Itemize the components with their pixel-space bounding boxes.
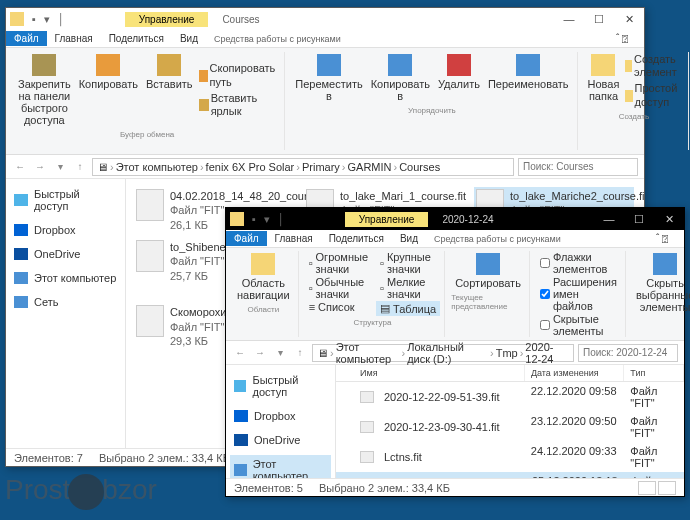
help-icon[interactable]: ˆ ⍰ — [648, 231, 676, 246]
folder-icon — [10, 12, 24, 26]
sidebar-this-pc[interactable]: Этот компьютер — [10, 269, 121, 287]
file-name: 2020-12-22-09-51-39.fit — [378, 390, 506, 404]
table-row[interactable]: 2020-12-23-09-30-41.fit23.12.2020 09:50Ф… — [336, 412, 684, 442]
copy-button[interactable]: Копировать — [75, 52, 142, 128]
forward-button[interactable]: → — [252, 345, 268, 361]
layout-table[interactable]: ▤ Таблица — [376, 301, 440, 316]
menu-context[interactable]: Средства работы с рисунками — [206, 32, 349, 46]
titlebar[interactable]: ▪▾│ Управление 2020-12-24 — ☐ ✕ — [226, 208, 684, 230]
pc-icon: 🖥 — [97, 161, 108, 173]
maximize-button[interactable]: ☐ — [624, 208, 654, 230]
menu-view[interactable]: Вид — [392, 231, 426, 246]
file-type: Файл "FIT" — [624, 414, 684, 440]
up-button[interactable]: ↑ — [72, 159, 88, 175]
back-button[interactable]: ← — [12, 159, 28, 175]
paste-shortcut-button[interactable]: Вставить ярлык — [197, 91, 281, 119]
col-date: Дата изменения — [525, 365, 624, 381]
extensions-option[interactable]: Расширения имен файлов — [536, 276, 621, 312]
sidebar-quick-access[interactable]: Быстрый доступ — [230, 371, 331, 401]
column-headers[interactable]: Имя Дата изменения Тип — [336, 365, 684, 382]
menu-home[interactable]: Главная — [267, 231, 321, 246]
file-icon — [136, 189, 164, 221]
file-icon — [360, 451, 374, 463]
layout-list[interactable]: ≡ Список — [305, 301, 372, 313]
pc-icon: 🖥 — [317, 347, 328, 359]
file-list[interactable]: Имя Дата изменения Тип 2020-12-22-09-51-… — [336, 365, 684, 478]
menu-view[interactable]: Вид — [172, 31, 206, 46]
quick-access-toolbar[interactable]: ▪▾│ — [252, 213, 285, 226]
breadcrumb[interactable]: 🖥› Этот компьютер› fenix 6X Pro Solar› P… — [92, 158, 514, 176]
menu-home[interactable]: Главная — [47, 31, 101, 46]
sidebar-quick-access[interactable]: Быстрый доступ — [10, 185, 121, 215]
ribbon-context-tab[interactable]: Управление — [345, 212, 429, 227]
maximize-button[interactable]: ☐ — [584, 8, 614, 30]
quick-access-toolbar[interactable]: ▪▾│ — [32, 13, 65, 26]
new-item-button[interactable]: Создать элемент — [623, 52, 684, 80]
copy-path-button[interactable]: Скопировать путь — [197, 61, 281, 89]
col-type: Тип — [624, 365, 684, 381]
sidebar-this-pc[interactable]: Этот компьютер — [230, 455, 331, 478]
item-count: Элементов: 7 — [14, 452, 83, 464]
recent-button[interactable]: ▾ — [52, 159, 68, 175]
recent-button[interactable]: ▾ — [272, 345, 288, 361]
table-row[interactable]: Lctns.fit24.12.2020 09:33Файл "FIT" — [336, 442, 684, 472]
address-bar: ← → ▾ ↑ 🖥› Этот компьютер› fenix 6X Pro … — [6, 155, 644, 179]
breadcrumb[interactable]: 🖥› Этот компьютер› Локальный диск (D:)› … — [312, 344, 574, 362]
new-folder-button[interactable]: Новая папка — [584, 52, 624, 110]
view-details-button[interactable] — [638, 481, 656, 495]
close-button[interactable]: ✕ — [654, 208, 684, 230]
file-type: Файл "FIT" — [624, 384, 684, 410]
layout-huge[interactable]: ▫ Огромные значки — [305, 251, 372, 275]
titlebar[interactable]: ▪▾│ Управление Courses — ☐ ✕ — [6, 8, 644, 30]
view-icons-button[interactable] — [658, 481, 676, 495]
window-title: 2020-12-24 — [428, 212, 507, 227]
statusbar: Элементов: 5 Выбрано 2 элем.: 33,4 КБ — [226, 478, 684, 496]
sort-button[interactable]: Сортировать — [451, 251, 525, 291]
minimize-button[interactable]: — — [594, 208, 624, 230]
search-input[interactable] — [578, 344, 678, 362]
file-icon — [136, 240, 164, 272]
table-row[interactable]: 2020-12-22-09-51-39.fit22.12.2020 09:58Ф… — [336, 382, 684, 412]
layout-medium[interactable]: ▫ Обычные значки — [305, 276, 372, 300]
sidebar-network[interactable]: Сеть — [10, 293, 121, 311]
sidebar-dropbox[interactable]: Dropbox — [230, 407, 331, 425]
hide-selected-button[interactable]: Скрыть выбранные элементы — [632, 251, 690, 315]
sidebar: Быстрый доступ Dropbox OneDrive Этот ком… — [226, 365, 336, 478]
item-count: Элементов: 5 — [234, 482, 303, 494]
selection-info: Выбрано 2 элем.: 33,4 КБ — [99, 452, 230, 464]
delete-button[interactable]: Удалить — [434, 52, 484, 104]
menu-context[interactable]: Средства работы с рисунками — [426, 232, 569, 246]
close-button[interactable]: ✕ — [614, 8, 644, 30]
nav-pane-button[interactable]: Область навигации — [233, 251, 294, 303]
up-button[interactable]: ↑ — [292, 345, 308, 361]
forward-button[interactable]: → — [32, 159, 48, 175]
file-date: 22.12.2020 09:58 — [525, 384, 624, 410]
menu-file[interactable]: Файл — [6, 31, 47, 46]
copy-to-button[interactable]: Копировать в — [367, 52, 434, 104]
minimize-button[interactable]: — — [554, 8, 584, 30]
sidebar-dropbox[interactable]: Dropbox — [10, 221, 121, 239]
easy-access-button[interactable]: Простой доступ — [623, 81, 684, 109]
sidebar-onedrive[interactable]: OneDrive — [10, 245, 121, 263]
rename-button[interactable]: Переименовать — [484, 52, 573, 104]
checkboxes-option[interactable]: Флажки элементов — [536, 251, 621, 275]
layout-large[interactable]: ▫ Крупные значки — [376, 251, 440, 275]
paste-button[interactable]: Вставить — [142, 52, 197, 128]
sidebar-onedrive[interactable]: OneDrive — [230, 431, 331, 449]
move-to-button[interactable]: Переместить в — [291, 52, 366, 104]
help-icon[interactable]: ˆ ⍰ — [608, 31, 636, 46]
layout-small[interactable]: ▫ Мелкие значки — [376, 276, 440, 300]
hidden-option[interactable]: Скрытые элементы — [536, 313, 621, 337]
menu-file[interactable]: Файл — [226, 231, 267, 246]
file-name: to_lake_Mari_1_course.fit — [340, 189, 466, 203]
menu-share[interactable]: Поделиться — [321, 231, 392, 246]
file-date: 23.12.2020 09:50 — [525, 414, 624, 440]
address-bar: ← → ▾ ↑ 🖥› Этот компьютер› Локальный дис… — [226, 341, 684, 365]
menu-share[interactable]: Поделиться — [101, 31, 172, 46]
search-input[interactable] — [518, 158, 638, 176]
col-name: Имя — [336, 365, 525, 381]
file-name: 2020-12-23-09-30-41.fit — [378, 420, 506, 434]
ribbon-context-tab[interactable]: Управление — [125, 12, 209, 27]
pin-button[interactable]: Закрепить на панели быстрого доступа — [14, 52, 75, 128]
back-button[interactable]: ← — [232, 345, 248, 361]
